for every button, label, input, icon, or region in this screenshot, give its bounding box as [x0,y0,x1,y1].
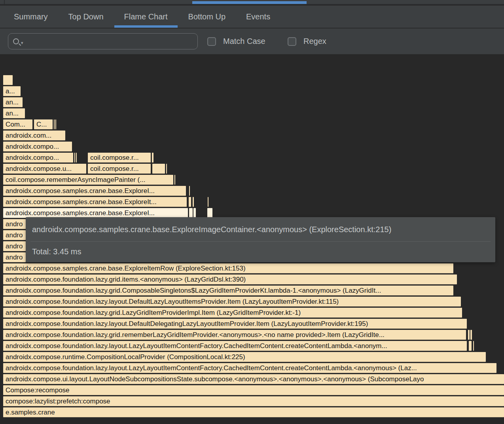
flame-bar[interactable]: androidx.compose.u... [3,164,86,174]
flame-row: androidx.compose.foundation.lazy.grid.Co… [0,286,504,295]
regex-option: Regex [288,28,326,54]
flame-bar[interactable]: androidx.compose.runtime.CompositionLoca… [3,352,486,362]
search-input[interactable] [27,36,197,47]
flame-bar[interactable] [152,153,153,163]
flame-bar[interactable] [189,186,190,196]
flame-bar[interactable]: androidx.compo... [3,142,72,151]
flame-bar[interactable]: androidx.compose.samples.crane.base.Expl… [3,186,186,196]
flame-row: androidx.compose.u...coil.compose.r... [0,164,504,174]
flame-row: androidx.compose.samples.crane.base.Expl… [0,208,504,218]
flame-bar[interactable]: andro [3,252,26,262]
flame-bar[interactable] [473,341,474,351]
tab-summary[interactable]: Summary [14,6,48,28]
flame-bar[interactable]: a... [3,86,21,96]
flame-row [0,75,504,85]
flame-bar[interactable] [208,197,208,207]
flame-row: androidx.compose.foundation.lazy.grid.it… [0,274,504,284]
flame-bar[interactable] [76,153,77,163]
tab-bottom-up[interactable]: Bottom Up [188,6,225,28]
match-case-label: Match Case [223,37,265,46]
flame-bar[interactable]: androidx.compose.foundation.lazy.grid.La… [3,308,462,318]
flame-row: androidx.compose.foundation.lazy.layout.… [0,363,504,373]
flame-bar[interactable] [189,208,193,218]
flame-bar[interactable]: andro [3,241,26,251]
profiler-pane: Summary Top Down Flame Chart Bottom Up E… [0,0,504,424]
flame-bar[interactable] [166,164,167,174]
flame-bar[interactable]: androidx.compose.samples.crane.base.Expl… [3,197,187,207]
flame-bar[interactable] [207,208,212,218]
flame-bar[interactable]: coil.compose.rememberAsyncImagePainter (… [3,175,173,185]
top-strip [0,0,504,5]
flame-bar[interactable]: andro [3,219,26,229]
frame-tooltip: androidx.compose.samples.crane.base.Expl… [26,217,495,262]
flame-bar[interactable]: androidx.compose.samples.crane.base.Expl… [3,208,188,218]
flame-bar[interactable]: androidx.compose.foundation.lazy.grid.it… [3,274,457,284]
flame-bar[interactable]: androidx.compose.foundation.lazy.layout.… [3,341,467,351]
flame-row: androidx.compo...coil.compose.r... [0,153,504,163]
flame-bar[interactable]: coil.compose.r... [88,164,151,174]
flame-bar[interactable]: Com... [3,119,32,129]
flame-row: androidx.compose.foundation.lazy.grid.La… [0,308,504,318]
match-case-checkbox[interactable] [207,37,216,46]
tab-top-down[interactable]: Top Down [68,6,104,28]
flame-bar[interactable] [55,119,56,129]
flame-bar[interactable]: androidx.compose.foundation.lazy.layout.… [3,319,467,329]
flame-bar[interactable]: compose:lazylist:prefetch:compose [3,396,504,406]
flame-bar[interactable]: androidx.compose.foundation.lazy.layout.… [3,297,461,307]
flame-bar[interactable]: androidx.compose.foundation.lazy.layout.… [3,363,496,373]
regex-checkbox[interactable] [288,37,296,46]
flame-bar[interactable] [469,341,472,351]
flame-bar[interactable]: e.samples.crane [3,407,504,417]
flame-row: androidx.com... [0,131,504,140]
flame-row: an... [0,97,504,107]
flame-bar[interactable]: androidx.com... [3,131,65,140]
flame-row: compose:lazylist:prefetch:compose [0,396,504,406]
search-toolbar: ▾ Match Case Regex [0,28,504,54]
panel-divider [4,0,5,5]
flame-bar[interactable] [189,197,191,207]
flame-row: an... [0,108,504,118]
flame-row: androidx.compose.foundation.lazy.layout.… [0,319,504,329]
tooltip-total: Total: 3.45 ms [26,242,495,262]
flame-bar[interactable] [152,164,165,174]
match-case-option: Match Case [207,28,265,54]
flame-bar[interactable] [470,330,472,340]
flame-bar[interactable]: androidx.compose.samples.crane.base.Expl… [3,263,453,273]
flame-row: androidx.compo... [0,142,504,151]
flame-bar[interactable]: androidx.compo... [3,153,73,163]
tab-flame-chart[interactable]: Flame Chart [124,6,168,28]
tooltip-title: androidx.compose.samples.crane.base.Expl… [26,217,495,239]
flame-row: Com...C... [0,119,504,129]
flame-row: e.samples.crane [0,407,504,417]
flame-row: androidx.compose.foundation.lazy.grid.re… [0,330,504,340]
flame-bar[interactable]: coil.compose.r... [88,153,151,163]
flame-bar[interactable] [3,75,13,85]
flame-bar[interactable]: androidx.compose.foundation.lazy.grid.Co… [3,286,453,295]
flame-bar[interactable] [193,197,194,207]
flame-bar[interactable]: androidx.compose.foundation.lazy.grid.re… [3,330,466,340]
flame-bar[interactable]: Compose:recompose [3,385,504,395]
regex-label: Regex [303,37,326,46]
search-box[interactable]: ▾ [8,33,198,49]
flame-bar[interactable]: an... [3,97,23,107]
flame-row: coil.compose.rememberAsyncImagePainter (… [0,175,504,185]
search-icon [13,38,19,44]
search-options-caret-icon[interactable]: ▾ [21,40,23,45]
flame-row: androidx.compose.ui.layout.LayoutNodeSub… [0,374,504,384]
flame-bar[interactable] [193,208,196,218]
tab-events[interactable]: Events [246,6,270,28]
flame-bar[interactable]: andro [3,230,26,240]
flame-bar[interactable] [468,330,470,340]
flame-row: androidx.compose.samples.crane.base.Expl… [0,186,504,196]
flame-row: androidx.compose.samples.crane.base.Expl… [0,197,504,207]
flame-row: androidx.compose.samples.crane.base.Expl… [0,263,504,273]
flame-bar[interactable] [54,119,55,129]
flame-bar[interactable] [74,153,75,163]
flame-bar[interactable]: C... [34,119,53,129]
flame-bar[interactable]: an... [3,108,25,118]
analysis-tab-bar: Summary Top Down Flame Chart Bottom Up E… [0,6,504,28]
flame-bar[interactable]: androidx.compose.ui.layout.LayoutNodeSub… [3,374,504,384]
flame-bar[interactable] [174,175,175,185]
flame-row: androidx.compose.runtime.CompositionLoca… [0,352,504,362]
top-tab-indicator [192,1,307,4]
